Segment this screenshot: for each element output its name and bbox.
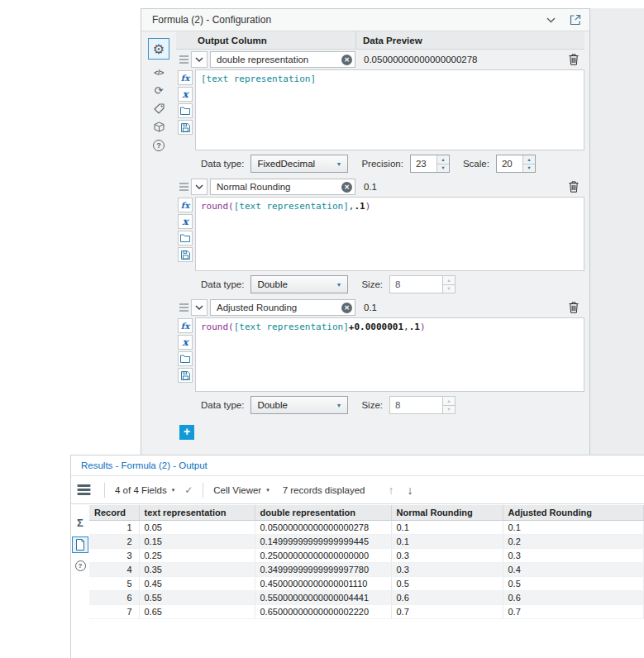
drag-handle-icon[interactable]	[179, 303, 188, 312]
add-expression-button[interactable]: +	[179, 425, 194, 440]
data-cell: 0.7	[391, 604, 503, 618]
spin-down-icon: ▼	[443, 284, 455, 293]
data-preview-value: 0.1	[355, 303, 565, 312]
record-number-cell: 7	[89, 604, 139, 618]
chevron-down-icon: ▼	[336, 403, 341, 408]
expression-editor[interactable]: round([text representation]+0.0000001,.1…	[195, 317, 584, 392]
collapse-expression-button[interactable]	[191, 51, 208, 68]
spin-down-icon[interactable]: ▼	[523, 164, 535, 173]
help-icon[interactable]: ?	[149, 136, 169, 154]
check-icon[interactable]: ✓	[184, 484, 193, 496]
functions-button[interactable]: fx	[178, 318, 193, 333]
config-column-headers: Output Column Data Preview	[176, 31, 584, 50]
chevron-down-icon: ▼	[336, 282, 341, 288]
folder-icon[interactable]	[178, 103, 193, 118]
popout-icon[interactable]	[569, 13, 582, 26]
precision-spinner[interactable]: 23 ▲▼	[410, 155, 450, 173]
record-number-cell: 6	[89, 590, 139, 604]
data-type-dropdown[interactable]: Double ▼	[250, 396, 348, 414]
column-header[interactable]: double representation	[255, 505, 391, 520]
clear-column-icon[interactable]: ✕	[341, 303, 352, 313]
column-header[interactable]: Normal Rounding	[391, 505, 503, 520]
data-cell: 0.5	[391, 576, 503, 590]
expression-editor[interactable]: round([text representation],.1)	[195, 197, 584, 271]
spin-down-icon[interactable]: ▼	[437, 164, 449, 173]
save-icon[interactable]	[178, 368, 193, 383]
functions-button[interactable]: fx	[178, 198, 193, 212]
data-cell: 0.05	[139, 520, 255, 534]
results-sidebar: Σ ?	[71, 505, 89, 658]
size-label: Size:	[361, 400, 383, 410]
cell-viewer-dropdown[interactable]: Cell Viewer ▾	[213, 485, 269, 495]
data-type-dropdown[interactable]: FixedDecimal ▼	[250, 155, 348, 173]
data-cell: 0.45000000000000001110	[255, 576, 391, 590]
spin-up-icon[interactable]: ▲	[523, 155, 535, 164]
sigma-icon[interactable]: Σ	[77, 517, 83, 529]
navigation-refresh-icon[interactable]: ⟳	[149, 82, 169, 99]
configuration-panel: Formula (2) - Configuration ⚙ </> ⟳	[141, 8, 590, 455]
column-header[interactable]: text representation	[139, 505, 255, 520]
clear-column-icon[interactable]: ✕	[341, 182, 352, 193]
data-type-label: Data type:	[201, 400, 244, 410]
document-icon[interactable]	[72, 536, 88, 553]
data-cell: 0.55000000000000004441	[255, 590, 391, 604]
size-spinner: 8 ▲▼	[389, 396, 456, 414]
data-cell: 0.5	[503, 576, 644, 590]
code-icon[interactable]: </>	[149, 64, 169, 81]
data-cell: 0.3	[503, 548, 644, 562]
output-column-header: Output Column	[176, 31, 356, 49]
save-icon[interactable]	[178, 120, 193, 135]
collapse-expression-button[interactable]	[191, 299, 208, 316]
data-cell: 0.65	[139, 604, 255, 618]
precision-label: Precision:	[361, 159, 403, 169]
data-type-dropdown[interactable]: Double ▼	[250, 275, 348, 293]
table-row: 50.450.450000000000000011100.50.5	[89, 576, 644, 590]
expression-toolbar: fx x	[178, 69, 194, 150]
expression-block: double representation ✕ 0.05000000000000…	[176, 50, 584, 177]
table-row: 40.350.349999999999999977800.30.4	[89, 562, 644, 576]
save-icon[interactable]	[178, 247, 193, 262]
column-header[interactable]: Record	[89, 505, 139, 520]
gear-icon[interactable]: ⚙	[148, 38, 169, 60]
scroll-down-icon[interactable]: ↓	[407, 484, 413, 497]
drag-handle-icon[interactable]	[179, 183, 188, 191]
fields-dropdown[interactable]: 4 of 4 Fields ▾	[115, 485, 174, 495]
data-cell: 0.1	[391, 534, 503, 548]
spin-up-icon[interactable]: ▲	[437, 155, 449, 164]
expression-editor[interactable]: [text representation]	[195, 69, 584, 150]
table-row: 10.050.050000000000000002780.10.1	[89, 520, 644, 534]
help-icon[interactable]: ?	[75, 560, 86, 571]
column-header[interactable]: Adjusted Rounding	[503, 505, 644, 520]
data-cell: 0.14999999999999999445	[255, 534, 391, 548]
clear-column-icon[interactable]: ✕	[341, 55, 352, 65]
chevron-down-icon[interactable]	[546, 17, 556, 23]
tag-icon[interactable]	[149, 100, 169, 117]
variables-button[interactable]: x	[178, 214, 193, 229]
table-row: 60.550.550000000000000044410.60.6	[89, 590, 644, 604]
output-column-input[interactable]: Adjusted Rounding ✕	[210, 299, 355, 316]
data-cell: 0.65000000000000002220	[255, 604, 391, 618]
variables-button[interactable]: x	[178, 335, 193, 350]
drag-handle-icon[interactable]	[179, 55, 188, 64]
record-number-cell: 3	[89, 548, 139, 562]
trash-icon[interactable]	[565, 299, 582, 316]
output-column-value: double representation	[217, 55, 341, 64]
data-cell: 0.1	[503, 520, 644, 534]
chevron-down-icon: ▼	[336, 161, 341, 167]
folder-icon[interactable]	[178, 231, 193, 246]
folder-icon[interactable]	[178, 351, 193, 366]
data-cell: 0.55	[139, 590, 255, 604]
functions-button[interactable]: fx	[178, 70, 193, 85]
output-column-input[interactable]: double representation ✕	[210, 51, 355, 68]
chevron-down-icon: ▾	[172, 487, 175, 494]
scroll-up-icon[interactable]: ↑	[388, 484, 394, 497]
variables-button[interactable]: x	[178, 87, 193, 102]
layout-rows-icon[interactable]	[77, 484, 91, 496]
collapse-expression-button[interactable]	[191, 179, 208, 195]
scale-spinner[interactable]: 20 ▲▼	[496, 155, 536, 173]
output-column-input[interactable]: Normal Rounding ✕	[210, 179, 355, 195]
config-main-area: Output Column Data Preview double repres…	[176, 31, 589, 455]
trash-icon[interactable]	[565, 179, 582, 195]
package-icon[interactable]	[149, 118, 169, 136]
trash-icon[interactable]	[565, 51, 582, 68]
